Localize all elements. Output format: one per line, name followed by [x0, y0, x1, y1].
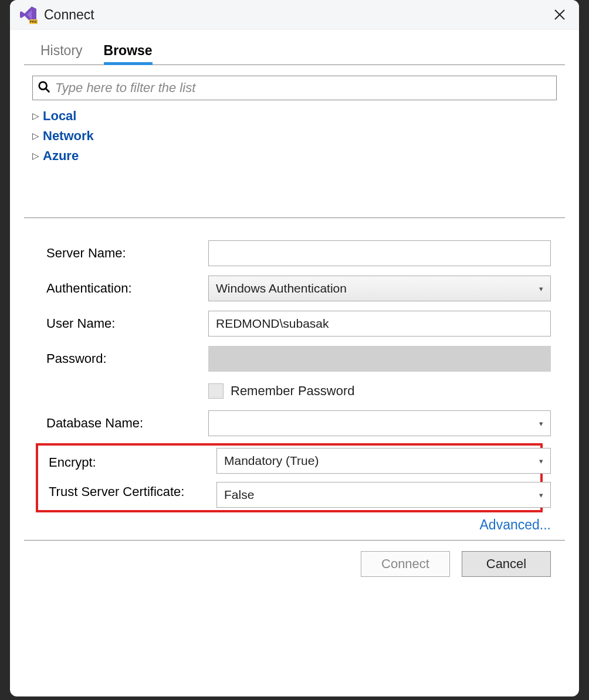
chevron-right-icon: ▷: [32, 111, 39, 121]
connect-button-label: Connect: [381, 556, 429, 572]
chevron-right-icon: ▷: [32, 131, 39, 141]
trust-server-certificate-value: False: [224, 488, 254, 502]
row-authentication: Authentication: Windows Authentication ▾: [38, 271, 551, 306]
advanced-row: Advanced...: [38, 512, 551, 540]
svg-text:PRE: PRE: [30, 20, 37, 23]
close-button[interactable]: [551, 6, 568, 23]
dialog-title: Connect: [44, 7, 94, 23]
encrypt-select[interactable]: Mandatory (True) ▾: [216, 448, 551, 474]
chevron-down-icon: ▾: [539, 457, 543, 465]
filter-input[interactable]: [55, 80, 551, 96]
tab-browse[interactable]: Browse: [104, 39, 153, 64]
label-database-name: Database Name:: [38, 416, 208, 431]
tree-label: Network: [43, 128, 94, 144]
tree-label: Local: [43, 108, 76, 124]
cancel-button-label: Cancel: [486, 556, 526, 572]
connect-dialog: PRE Connect History Browse: [10, 0, 579, 696]
tree-item-network[interactable]: ▷ Network: [32, 126, 557, 146]
titlebar-left: PRE Connect: [18, 5, 94, 25]
chevron-down-icon: ▾: [539, 284, 543, 293]
connect-button[interactable]: Connect: [361, 551, 450, 577]
cancel-button[interactable]: Cancel: [462, 551, 551, 577]
row-server-name: Server Name:: [38, 236, 551, 271]
dialog-footer: Connect Cancel: [24, 541, 565, 589]
remember-password-checkbox[interactable]: Remember Password: [208, 383, 551, 399]
server-name-input[interactable]: [208, 240, 551, 266]
visual-studio-preview-icon: PRE: [18, 5, 38, 25]
filter-input-wrap: [32, 76, 557, 100]
checkbox-box-icon: [208, 383, 224, 399]
advanced-link[interactable]: Advanced...: [480, 517, 551, 532]
close-icon: [554, 9, 566, 21]
encrypt-value: Mandatory (True): [224, 454, 319, 468]
label-authentication: Authentication:: [38, 281, 208, 296]
search-icon: [38, 80, 50, 96]
label-user-name: User Name:: [38, 316, 208, 331]
row-remember-password: Remember Password: [38, 376, 551, 406]
server-tree: ▷ Local ▷ Network ▷ Azure: [24, 100, 565, 218]
label-password: Password:: [38, 351, 208, 366]
label-trust-server-certificate: Trust Server Certificate:: [38, 484, 208, 499]
tab-history[interactable]: History: [40, 39, 83, 64]
authentication-value: Windows Authentication: [216, 281, 347, 295]
tree-item-local[interactable]: ▷ Local: [32, 106, 557, 126]
database-name-select[interactable]: ▾: [208, 410, 551, 436]
row-database-name: Database Name: ▾: [38, 406, 551, 441]
password-input: [208, 346, 551, 372]
remember-password-label: Remember Password: [231, 383, 355, 399]
svg-line-5: [46, 89, 49, 92]
titlebar: PRE Connect: [10, 0, 579, 30]
chevron-down-icon: ▾: [539, 419, 543, 428]
dialog-content: History Browse ▷ Local ▷ Netwo: [10, 30, 579, 696]
label-encrypt: Encrypt:: [38, 455, 208, 470]
row-user-name: User Name:: [38, 306, 551, 341]
tabs: History Browse: [24, 39, 565, 65]
row-password: Password:: [38, 341, 551, 376]
trust-server-certificate-select[interactable]: False ▾: [216, 482, 551, 508]
tree-item-azure[interactable]: ▷ Azure: [32, 146, 557, 166]
chevron-down-icon: ▾: [539, 491, 543, 499]
svg-point-4: [39, 82, 47, 90]
filter-row: [24, 76, 565, 100]
authentication-select[interactable]: Windows Authentication ▾: [208, 276, 551, 301]
user-name-input[interactable]: [208, 311, 551, 337]
tree-label: Azure: [43, 148, 79, 164]
connection-form: Server Name: Authentication: Windows Aut…: [24, 218, 565, 540]
label-server-name: Server Name:: [38, 246, 208, 261]
chevron-right-icon: ▷: [32, 151, 39, 161]
